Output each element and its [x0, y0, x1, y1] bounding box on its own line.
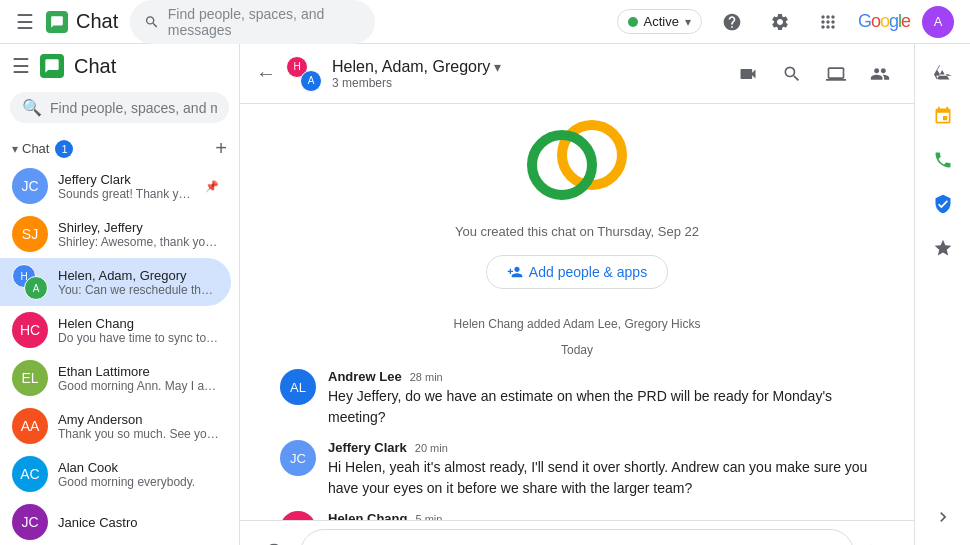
input-toolbar-icons [705, 538, 837, 545]
contact-preview: Shirley: Awesome, thank you for the... [58, 235, 219, 249]
calendar-button[interactable] [923, 96, 963, 136]
text-format-button[interactable] [705, 538, 735, 545]
message-avatar: HC [280, 511, 316, 520]
contact-item[interactable]: JC Janice Castro [0, 498, 231, 545]
contact-preview: Good morning Ann. May I ask a question? [58, 379, 219, 393]
avatar: EL [12, 360, 48, 396]
help-button[interactable] [714, 4, 750, 40]
contact-item[interactable]: AC Alan Cook Good morning everybody. [0, 450, 231, 498]
top-bar: ☰ Chat Find people, spaces, and messages… [0, 0, 970, 44]
message-sender: Helen Chang [328, 511, 407, 520]
contact-name: Ethan Lattimore [58, 364, 219, 379]
message-time: 20 min [415, 442, 448, 454]
chat-collapse-icon: ▾ [12, 142, 18, 156]
message-sender: Jeffery Clark [328, 440, 407, 455]
contact-info: Ethan Lattimore Good morning Ann. May I … [58, 364, 219, 393]
video-message-button[interactable] [807, 538, 837, 545]
send-button[interactable] [862, 535, 898, 545]
message-group: HC Helen Chang 5 min A big thank you to … [280, 511, 874, 520]
add-people-button[interactable]: Add people & apps [486, 255, 668, 289]
contact-name: Alan Cook [58, 460, 219, 475]
message-group: JC Jeffery Clark 20 min Hi Helen, yeah i… [280, 440, 874, 499]
contact-item[interactable]: HC Helen Chang Do you have time to sync … [0, 306, 231, 354]
chat-members-count: 3 members [332, 76, 720, 90]
chat-section-header[interactable]: ▾ Chat 1 + [0, 131, 239, 162]
user-avatar[interactable]: A [922, 6, 954, 38]
day-divider: Today [280, 343, 874, 357]
add-people-label: Add people & apps [529, 264, 647, 280]
contact-info: Helen, Adam, Gregory You: Can we resched… [58, 268, 219, 297]
contact-item[interactable]: EL Ethan Lattimore Good morning Ann. May… [0, 354, 231, 402]
contact-name: Jeffery Clark [58, 172, 195, 187]
creation-text: You created this chat on Thursday, Sep 2… [455, 224, 699, 239]
chevron-icon[interactable]: ▾ [494, 59, 501, 75]
apps-button[interactable] [810, 4, 846, 40]
chat-creation-info: You created this chat on Thursday, Sep 2… [280, 120, 874, 289]
search-input[interactable] [50, 100, 217, 116]
ring-green [527, 130, 597, 200]
avatar: JC [12, 504, 48, 540]
search-bar[interactable]: 🔍 [10, 92, 229, 123]
video-call-button[interactable] [730, 56, 766, 92]
add-chat-icon[interactable]: + [215, 137, 227, 160]
contact-item[interactable]: SJ Shirley, Jeffery Shirley: Awesome, th… [0, 210, 231, 258]
messages-area: You created this chat on Thursday, Sep 2… [240, 104, 914, 520]
chat-group-name: Helen, Adam, Gregory ▾ [332, 58, 720, 76]
system-message: Helen Chang added Adam Lee, Gregory Hick… [280, 317, 874, 331]
contact-name: Amy Anderson [58, 412, 219, 427]
star-button[interactable] [923, 228, 963, 268]
header-actions [730, 56, 898, 92]
message-group: AL Andrew Lee 28 min Hey Jeffery, do we … [280, 369, 874, 428]
message-time: 28 min [410, 371, 443, 383]
pin-icon: 📌 [205, 180, 219, 193]
expand-panel-button[interactable] [923, 497, 963, 537]
sidebar-header: ☰ Chat [0, 44, 239, 88]
back-button[interactable]: ← [256, 62, 276, 85]
phone-button[interactable] [923, 140, 963, 180]
message-header: Andrew Lee 28 min [328, 369, 874, 384]
search-button[interactable] [774, 56, 810, 92]
emoji-button[interactable] [739, 538, 769, 545]
message-avatar: AL [280, 369, 316, 405]
hamburger-icon[interactable]: ☰ [12, 54, 30, 78]
contact-list: JC Jeffery Clark Sounds great! Thank you… [0, 162, 239, 545]
message-content: Jeffery Clark 20 min Hi Helen, yeah it's… [328, 440, 874, 499]
contact-item-active[interactable]: H A Helen, Adam, Gregory You: Can we res… [0, 258, 231, 306]
rings-image [527, 120, 627, 200]
google-drive-button[interactable] [923, 52, 963, 92]
message-avatar: JC [280, 440, 316, 476]
message-input-box [300, 529, 854, 545]
settings-button[interactable] [762, 4, 798, 40]
contact-preview: Thank you so much. See you there. [58, 427, 219, 441]
sidebar: ☰ Chat 🔍 ▾ Chat 1 + [0, 44, 240, 545]
contact-preview: Do you have time to sync tomorrow mori..… [58, 331, 219, 345]
screen-share-button[interactable] [818, 56, 854, 92]
upload-button[interactable] [773, 538, 803, 545]
contact-item[interactable]: AA Amy Anderson Thank you so much. See y… [0, 402, 231, 450]
input-area [240, 520, 914, 545]
app-title: Chat [74, 55, 116, 78]
contact-item[interactable]: JC Jeffery Clark Sounds great! Thank you… [0, 162, 231, 210]
message-content: Helen Chang 5 min A big thank you to all… [328, 511, 874, 520]
add-attachment-button[interactable] [256, 535, 292, 545]
tasks-button[interactable] [923, 184, 963, 224]
message-text: Hey Jeffery, do we have an estimate on w… [328, 386, 874, 428]
message-sender: Andrew Lee [328, 369, 402, 384]
contact-info: Jeffery Clark Sounds great! Thank you so… [58, 172, 195, 201]
chat-badge: 1 [55, 140, 73, 158]
contact-info: Helen Chang Do you have time to sync tom… [58, 316, 219, 345]
avatar: JC [12, 168, 48, 204]
members-button[interactable] [862, 56, 898, 92]
contact-name: Janice Castro [58, 515, 219, 530]
contact-preview: Good morning everybody. [58, 475, 219, 489]
main-content: ← H A Helen, Adam, Gregory ▾ 3 members [240, 44, 914, 545]
contact-preview: Sounds great! Thank you so much Ann! [58, 187, 195, 201]
contact-preview: You: Can we reschedule the meeting for..… [58, 283, 219, 297]
chat-header-info: Helen, Adam, Gregory ▾ 3 members [332, 58, 720, 90]
search-icon: 🔍 [22, 98, 42, 117]
message-time: 5 min [415, 513, 442, 520]
chat-logo [40, 54, 64, 78]
message-header: Helen Chang 5 min [328, 511, 874, 520]
contact-name: Shirley, Jeffery [58, 220, 219, 235]
hamburger-icon[interactable]: ☰ [16, 10, 34, 34]
